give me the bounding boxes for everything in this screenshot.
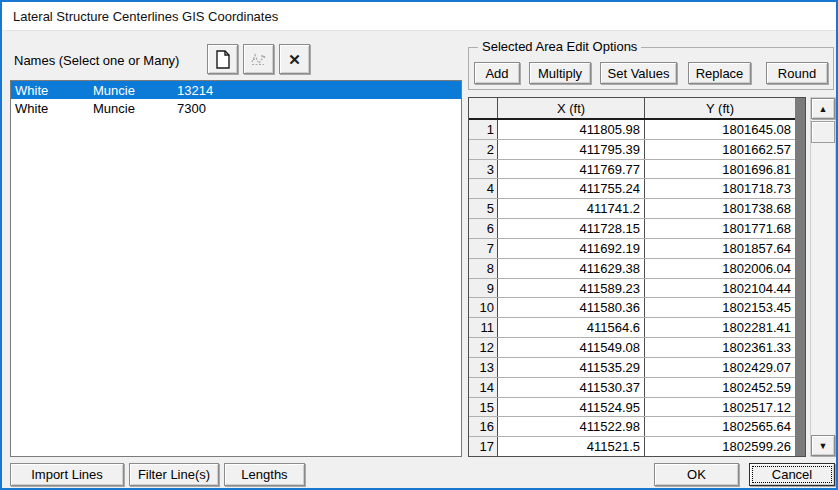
filter-lines-button[interactable]: Filter Line(s) — [129, 463, 219, 486]
y-value-cell[interactable]: 1802599.26 — [645, 437, 795, 456]
x-value-cell[interactable]: 411524.95 — [498, 398, 645, 417]
x-value-cell[interactable]: 411521.5 — [498, 437, 645, 456]
names-listbox[interactable]: WhiteMuncie13214WhiteMuncie7300 — [10, 80, 462, 457]
x-value-cell[interactable]: 411530.37 — [498, 378, 645, 397]
row-number-cell: 9 — [469, 279, 498, 298]
y-value-cell[interactable]: 1801718.73 — [645, 179, 795, 198]
row-number-header — [469, 98, 498, 118]
table-row: 12411549.081802361.33 — [469, 338, 795, 358]
row-number-cell: 16 — [469, 417, 498, 436]
table-scrollbar[interactable]: ▲ ▼ — [810, 97, 836, 457]
groupbox-title: Selected Area Edit Options — [478, 39, 641, 54]
row-number-cell: 3 — [469, 160, 498, 179]
table-row: 14411530.371802452.59 — [469, 378, 795, 398]
scroll-down-button[interactable]: ▼ — [811, 435, 835, 456]
y-value-cell[interactable]: 1802281.41 — [645, 318, 795, 337]
x-value-cell[interactable]: 411795.39 — [498, 140, 645, 159]
y-value-cell[interactable]: 1801738.68 — [645, 199, 795, 218]
table-row: 17411521.51802599.26 — [469, 437, 795, 456]
row-number-cell: 6 — [469, 219, 498, 238]
list-item-rs: 13214 — [177, 83, 461, 98]
row-number-cell: 15 — [469, 398, 498, 417]
import-lines-button[interactable]: Import Lines — [10, 463, 124, 486]
x-value-cell[interactable]: 411728.15 — [498, 219, 645, 238]
cancel-button[interactable]: Cancel — [749, 463, 835, 486]
table-row: 9411589.231802104.44 — [469, 279, 795, 299]
delete-line-button[interactable]: ✕ — [279, 44, 310, 74]
y-value-cell[interactable]: 1802361.33 — [645, 338, 795, 357]
x-value-cell[interactable]: 411629.38 — [498, 259, 645, 278]
delete-x-icon: ✕ — [288, 52, 301, 67]
rename-line-button — [243, 44, 274, 74]
dialog-title: Lateral Structure Centerlines GIS Coordi… — [13, 9, 278, 24]
x-value-cell[interactable]: 411535.29 — [498, 358, 645, 377]
table-row: 2411795.391801662.57 — [469, 140, 795, 160]
row-number-cell: 2 — [469, 140, 498, 159]
y-column-header: Y (ft) — [645, 98, 795, 118]
x-value-cell[interactable]: 411549.08 — [498, 338, 645, 357]
y-value-cell[interactable]: 1802104.44 — [645, 279, 795, 298]
table-row: 3411769.771801696.81 — [469, 160, 795, 180]
table-row: 1411805.981801645.08 — [469, 120, 795, 140]
x-value-cell[interactable]: 411522.98 — [498, 417, 645, 436]
y-value-cell[interactable]: 1801645.08 — [645, 120, 795, 139]
y-value-cell[interactable]: 1802452.59 — [645, 378, 795, 397]
row-number-cell: 5 — [469, 199, 498, 218]
y-value-cell[interactable]: 1802006.04 — [645, 259, 795, 278]
list-item-reach: Muncie — [93, 83, 177, 98]
table-row: 15411524.951802517.12 — [469, 398, 795, 418]
table-row: 16411522.981802565.64 — [469, 417, 795, 437]
row-number-cell: 4 — [469, 179, 498, 198]
lengths-button[interactable]: Lengths — [224, 463, 305, 486]
x-value-cell[interactable]: 411805.98 — [498, 120, 645, 139]
scrollbar-thumb[interactable] — [811, 121, 835, 143]
replace-button[interactable]: Replace — [688, 62, 751, 84]
y-value-cell[interactable]: 1801662.57 — [645, 140, 795, 159]
y-value-cell[interactable]: 1801857.64 — [645, 239, 795, 258]
scroll-up-icon: ▲ — [819, 104, 828, 114]
row-number-cell: 17 — [469, 437, 498, 456]
table-filler-strip — [795, 98, 805, 456]
edit-options-button-row: Add Multiply Set Values Replace Round — [474, 62, 828, 84]
table-row: 13411535.291802429.07 — [469, 358, 795, 378]
x-value-cell[interactable]: 411741.2 — [498, 199, 645, 218]
x-column-header: X (ft) — [498, 98, 645, 118]
row-number-cell: 13 — [469, 358, 498, 377]
x-value-cell[interactable]: 411769.77 — [498, 160, 645, 179]
row-number-cell: 12 — [469, 338, 498, 357]
new-line-button[interactable] — [207, 44, 238, 74]
y-value-cell[interactable]: 1801696.81 — [645, 160, 795, 179]
y-value-cell[interactable]: 1802565.64 — [645, 417, 795, 436]
names-label: Names (Select one or Many) — [14, 53, 179, 68]
coordinates-table: X (ft) Y (ft) 1411805.981801645.08241179… — [468, 97, 806, 457]
ok-button[interactable]: OK — [654, 463, 739, 486]
row-number-cell: 8 — [469, 259, 498, 278]
list-item-river: White — [15, 83, 93, 98]
scroll-up-button[interactable]: ▲ — [811, 98, 835, 119]
table-row: 6411728.151801771.68 — [469, 219, 795, 239]
x-value-cell[interactable]: 411564.6 — [498, 318, 645, 337]
x-value-cell[interactable]: 411580.36 — [498, 298, 645, 317]
round-button[interactable]: Round — [766, 62, 828, 84]
list-item-rs: 7300 — [177, 101, 461, 116]
y-value-cell[interactable]: 1802517.12 — [645, 398, 795, 417]
y-value-cell[interactable]: 1801771.68 — [645, 219, 795, 238]
row-number-cell: 1 — [469, 120, 498, 139]
set-values-button[interactable]: Set Values — [600, 62, 677, 84]
y-value-cell[interactable]: 1802153.45 — [645, 298, 795, 317]
x-value-cell[interactable]: 411692.19 — [498, 239, 645, 258]
row-number-cell: 11 — [469, 318, 498, 337]
row-number-cell: 7 — [469, 239, 498, 258]
x-value-cell[interactable]: 411755.24 — [498, 179, 645, 198]
add-button[interactable]: Add — [474, 62, 520, 84]
multiply-button[interactable]: Multiply — [529, 62, 591, 84]
y-value-cell[interactable]: 1802429.07 — [645, 358, 795, 377]
x-value-cell[interactable]: 411589.23 — [498, 279, 645, 298]
list-item[interactable]: WhiteMuncie7300 — [11, 99, 461, 117]
rename-icon — [250, 51, 267, 68]
row-number-cell: 10 — [469, 298, 498, 317]
title-bar: Lateral Structure Centerlines GIS Coordi… — [2, 2, 836, 31]
coords-table-body: 1411805.981801645.082411795.391801662.57… — [469, 120, 795, 456]
table-row: 8411629.381802006.04 — [469, 259, 795, 279]
list-item[interactable]: WhiteMuncie13214 — [11, 81, 461, 99]
